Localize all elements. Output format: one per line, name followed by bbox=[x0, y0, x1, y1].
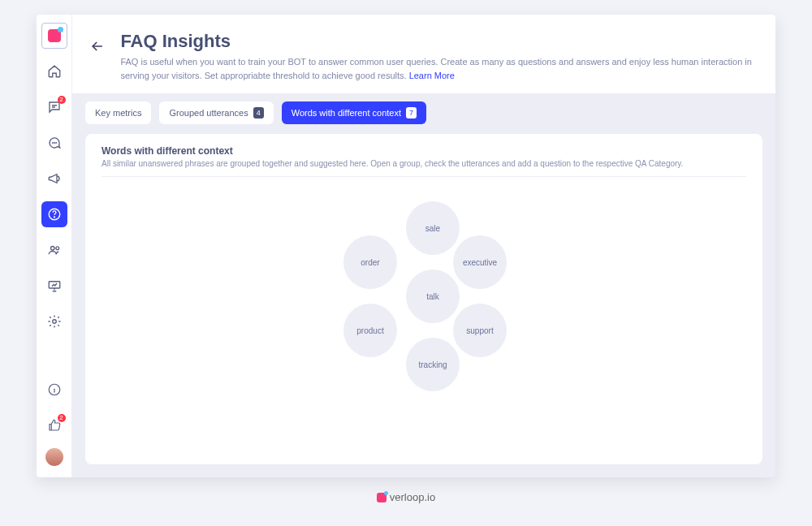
tab-label: Grouped utterances bbox=[169, 108, 248, 118]
sidebar-item-faq[interactable] bbox=[41, 201, 67, 227]
info-icon bbox=[47, 382, 62, 397]
back-button[interactable] bbox=[87, 36, 107, 57]
svg-point-6 bbox=[55, 247, 58, 250]
tab-key-metrics[interactable]: Key metrics bbox=[85, 101, 151, 124]
help-circle-icon bbox=[47, 207, 62, 222]
panel-title: Words with different context bbox=[102, 145, 746, 157]
svg-point-2 bbox=[55, 143, 56, 144]
chat-badge: 2 bbox=[58, 96, 66, 104]
page-header: FAQ Insights FAQ is useful when you want… bbox=[72, 15, 775, 93]
user-avatar[interactable] bbox=[45, 448, 63, 466]
svg-point-4 bbox=[54, 217, 54, 218]
footer-brand-text: verloop.io bbox=[390, 491, 435, 503]
speech-bubble-icon bbox=[47, 136, 62, 150]
bubble-sale[interactable]: sale bbox=[406, 201, 460, 255]
brand-logo-icon bbox=[377, 493, 387, 502]
sidebar-item-users[interactable] bbox=[41, 237, 67, 263]
sidebar: 2 2 bbox=[37, 15, 72, 477]
bubble-cloud: sale order executive talk product suppor… bbox=[102, 177, 746, 453]
main-content: FAQ Insights FAQ is useful when you want… bbox=[72, 15, 775, 477]
tab-label: Key metrics bbox=[95, 108, 141, 118]
learn-more-link[interactable]: Learn More bbox=[409, 71, 455, 80]
sidebar-item-chat[interactable]: 2 bbox=[41, 94, 67, 120]
bubble-talk[interactable]: talk bbox=[406, 269, 460, 323]
bubble-order[interactable]: order bbox=[343, 235, 397, 289]
tab-words-different-context[interactable]: Words with different context 7 bbox=[282, 101, 426, 124]
footer-brand: verloop.io bbox=[0, 491, 812, 503]
users-icon bbox=[47, 243, 62, 257]
sidebar-item-brand-logo[interactable] bbox=[41, 23, 67, 49]
tabs: Key metrics Grouped utterances 4 Words w… bbox=[72, 93, 775, 124]
bubble-tracking[interactable]: tracking bbox=[406, 338, 460, 391]
panel-subtitle: All similar unanswered phrases are group… bbox=[102, 159, 746, 177]
tab-count: 7 bbox=[406, 107, 417, 119]
brand-logo-icon bbox=[48, 29, 61, 42]
sidebar-item-campaigns[interactable] bbox=[41, 166, 67, 192]
tab-count: 4 bbox=[253, 107, 264, 119]
panel-words-context: Words with different context All similar… bbox=[85, 134, 762, 464]
sidebar-item-feedback[interactable]: 2 bbox=[41, 412, 67, 438]
svg-point-8 bbox=[52, 320, 56, 324]
svg-point-5 bbox=[50, 247, 54, 251]
page-description: FAQ is useful when you want to train you… bbox=[120, 55, 754, 82]
bubble-support[interactable]: support bbox=[453, 304, 507, 357]
arrow-left-icon bbox=[89, 38, 106, 54]
bubble-product[interactable]: product bbox=[343, 304, 397, 357]
svg-point-1 bbox=[54, 143, 54, 144]
home-icon bbox=[47, 64, 62, 79]
page-title: FAQ Insights bbox=[120, 31, 754, 52]
sidebar-item-presentation[interactable] bbox=[41, 273, 67, 299]
tab-label: Words with different context bbox=[292, 108, 401, 118]
gear-icon bbox=[47, 314, 62, 329]
sidebar-item-settings[interactable] bbox=[41, 308, 67, 334]
sidebar-item-messaging[interactable] bbox=[41, 130, 67, 156]
sidebar-item-home[interactable] bbox=[41, 58, 67, 84]
presentation-icon bbox=[47, 278, 62, 293]
bubble-executive[interactable]: executive bbox=[453, 235, 507, 289]
svg-point-0 bbox=[52, 143, 53, 144]
tab-grouped-utterances[interactable]: Grouped utterances 4 bbox=[159, 101, 273, 124]
sidebar-item-info[interactable] bbox=[41, 377, 67, 403]
feedback-badge: 2 bbox=[58, 414, 66, 422]
megaphone-icon bbox=[47, 171, 62, 186]
